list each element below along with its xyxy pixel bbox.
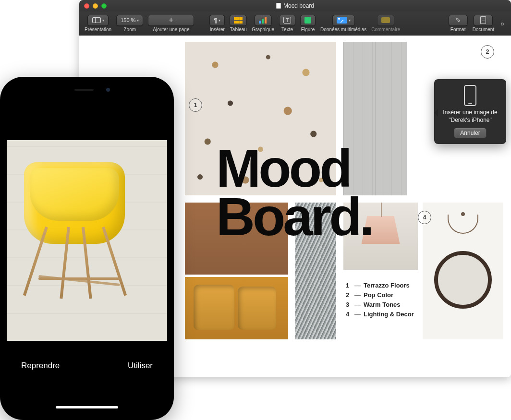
add-page-label: Ajouter une page [153,27,189,32]
chart-label: Graphique [252,27,274,32]
iphone-screen: Reprendre Utiliser [7,84,167,413]
image-sofa[interactable] [185,277,288,339]
doc-icon [480,16,486,24]
cancel-button[interactable]: Annuler [454,128,486,138]
window-controls [84,3,107,9]
close-button[interactable] [84,3,89,9]
marker-1[interactable]: 1 [189,98,202,112]
titlebar: Mood board [79,0,511,12]
insert-label: Insérer [210,27,225,32]
table-icon [234,17,243,24]
table-label: Tableau [230,27,247,32]
image-mirror[interactable] [423,203,503,339]
legend-row: 1—Terrazzo Floors [346,281,414,290]
legend-row: 3—Warm Tones [346,300,414,310]
image-terrazzo[interactable] [185,42,336,195]
media-icon [337,17,347,24]
chart-icon [259,17,268,24]
legend-row: 4—Lighting & Decor [346,310,414,319]
iphone-device: Reprendre Utiliser [0,77,174,420]
window-title: Mood board [79,2,511,9]
phone-icon [464,85,476,106]
brush-icon: ✎ [455,16,461,24]
yellow-chair [19,157,130,273]
comment-button[interactable]: Commentaire [370,15,402,32]
table-button[interactable]: Tableau [228,15,248,32]
document-button[interactable]: Document [471,15,496,32]
image-wood[interactable] [185,203,288,275]
comment-icon [381,17,390,23]
image-fur[interactable] [295,203,336,339]
plus-icon: + [169,16,174,24]
format-label: Format [450,27,466,32]
legend[interactable]: 1—Terrazzo Floors 2—Pop Color 3—Warm Ton… [346,281,414,320]
panel-icon [92,17,101,23]
zoom-button[interactable]: 150 %▾ Zoom [115,15,145,32]
media-label: Données multimédias [320,27,366,32]
marker-2[interactable]: 2 [481,45,494,59]
add-page-button[interactable]: + Ajouter une page [146,15,195,32]
popover-text: Insérer une image de "Derek's iPhone" [441,109,499,124]
home-indicator[interactable] [56,406,118,408]
comment-label: Commentaire [371,27,400,32]
zoom-value: 150 % [121,17,135,23]
retake-button[interactable]: Reprendre [17,357,63,374]
format-button[interactable]: ✎ Format [447,15,469,32]
text-label: Texte [281,27,293,32]
shape-label: Figure [301,27,315,32]
view-button[interactable]: ▾ Présentation [83,15,113,32]
toolbar: ▾ Présentation 150 %▾ Zoom + Ajouter une… [79,12,511,36]
mirror-ring [434,251,492,309]
maximize-button[interactable] [101,3,107,9]
shape-button[interactable]: Figure [299,15,317,32]
image-concrete[interactable] [343,42,407,195]
minimize-button[interactable] [93,3,98,9]
chart-button[interactable]: Graphique [250,15,276,32]
document-icon [276,3,281,9]
shape-icon [304,17,311,24]
view-label: Présentation [85,27,111,32]
notch [49,84,125,96]
text-icon: T [283,17,291,24]
continuity-camera-popover: Insérer une image de "Derek's iPhone" An… [434,79,506,144]
paragraph-icon: ¶ [214,17,217,24]
mirror-hanger [448,212,478,234]
zoom-label: Zoom [123,27,136,32]
toolbar-overflow[interactable]: » [498,20,507,27]
camera-controls: Reprendre Utiliser [7,338,167,413]
use-photo-button[interactable]: Utiliser [124,357,157,374]
captured-photo [7,140,167,341]
insert-button[interactable]: ¶▾ Insérer [208,15,226,32]
legend-row: 2—Pop Color [346,290,414,300]
media-button[interactable]: ▾ Données multimédias [319,15,368,32]
document-label: Document [473,27,495,32]
marker-4[interactable]: 4 [418,211,431,224]
text-button[interactable]: T Texte [278,15,297,32]
image-lamp[interactable] [343,203,418,270]
